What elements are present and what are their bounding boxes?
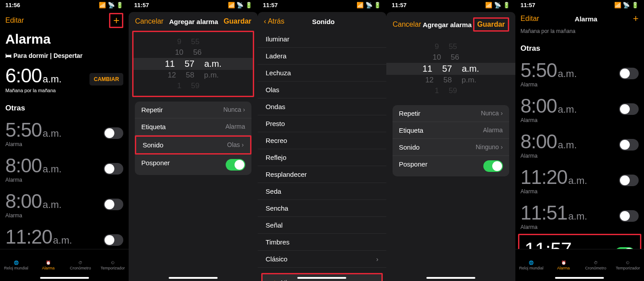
repeat-row[interactable]: RepetirNunca› (393, 105, 509, 122)
status-bar: 11:56📶 📡 🔋 (0, 0, 129, 9)
home-indicator (426, 277, 475, 279)
sound-row[interactable]: SonidoNinguno› (393, 139, 509, 156)
home-indicator (555, 277, 604, 279)
home-indicator (297, 277, 346, 279)
time-picker[interactable]: 955 1056 1157a.m. 1258p.m. 159 (134, 32, 252, 96)
alarm-row[interactable]: 11:20a.m.Alarma (515, 163, 644, 198)
snooze-toggle[interactable] (226, 159, 245, 171)
tab-alarm[interactable]: ⏰Alarma (32, 249, 64, 281)
label-row[interactable]: EtiquetaAlarma (135, 118, 251, 135)
sleep-time: 6:00 (5, 65, 42, 87)
screen-alarm-list-2: 11:57📶 📡 🔋 EditarAlarma+ Mañana por la m… (515, 0, 644, 281)
tab-alarm[interactable]: ⏰Alarma (547, 249, 579, 281)
edit-button[interactable]: Editar (5, 16, 24, 24)
add-button[interactable]: + (109, 13, 123, 28)
sound-option[interactable]: Recreo (258, 132, 386, 149)
back-button[interactable]: ‹ Atrás (264, 17, 284, 25)
tab-bar: 🌐Reloj mundial ⏰Alarma ⏱Cronómetro ⏲Temp… (0, 249, 129, 281)
time-picker[interactable]: 955 1056 1157a.m. 1258p.m. 159 (386, 37, 515, 101)
tab-world[interactable]: 🌐Reloj mundial (0, 249, 32, 281)
add-button[interactable]: + (633, 13, 639, 24)
others-header: Otras (0, 98, 129, 115)
alarm-toggle[interactable] (104, 234, 123, 246)
alarm-toggle[interactable] (104, 163, 123, 175)
tab-world[interactable]: 🌐Reloj mundial (515, 249, 547, 281)
tab-timer[interactable]: ⏲Temporizador (612, 249, 644, 281)
sound-row[interactable]: SonidoOlas› (135, 135, 251, 155)
sheet-title: Agregar alarma (163, 18, 223, 25)
alarm-row[interactable]: 8:00a.m.Alarma (0, 187, 129, 222)
sound-option[interactable]: Presto (258, 115, 386, 132)
home-indicator (169, 277, 218, 279)
screen-sound: 11:57📶 📡 🔋 ‹ AtrásSonido IluminarLaderaL… (258, 0, 386, 281)
alarm-toggle[interactable] (104, 199, 123, 210)
sound-option[interactable]: Sencha (258, 200, 386, 217)
sound-option[interactable]: Lechuza (258, 65, 386, 81)
save-button[interactable]: Guardar (224, 17, 251, 25)
alarm-toggle[interactable] (619, 210, 639, 222)
screen-add-alarm: 11:57📶 📡 🔋 CancelarAgregar alarmaGuardar… (129, 0, 257, 281)
sheet-title: Sonido (284, 18, 362, 25)
cancel-button[interactable]: Cancelar (393, 20, 421, 29)
sound-option[interactable]: Reflejo (258, 149, 386, 166)
sound-option[interactable]: Señal (258, 217, 386, 234)
alarm-row[interactable]: 5:50a.m.Alarma (515, 56, 644, 91)
save-button[interactable]: Guardar (473, 17, 509, 32)
alarm-row[interactable]: 11:51a.m.Alarma (515, 198, 644, 234)
options-list: RepetirNunca› EtiquetaAlarma SonidoOlas›… (135, 102, 251, 175)
repeat-row[interactable]: RepetirNunca› (135, 102, 251, 118)
tab-stopwatch[interactable]: ⏱Cronómetro (579, 249, 612, 281)
alarm-row[interactable]: 8:00a.m.Alarma (515, 127, 644, 163)
sound-option[interactable]: Timbres (258, 234, 386, 251)
screen-alarm-list: 11:56📶 📡 🔋 Editar+ Alarma 🛏 Para dormir … (0, 0, 129, 281)
edit-button[interactable]: Editar (521, 15, 539, 23)
alarm-toggle[interactable] (619, 175, 639, 186)
sleep-header: 🛏 Para dormir | Despertar (0, 50, 129, 61)
screen-add-alarm-2: 11:57📶 📡 🔋 CancelarAgregar alarmaGuardar… (386, 0, 515, 281)
alarm-toggle[interactable] (104, 127, 123, 139)
alarm-toggle[interactable] (619, 68, 639, 79)
tab-timer[interactable]: ⏲Temporizador (97, 249, 129, 281)
status-icons: 📶 📡 🔋 (99, 2, 123, 8)
sound-option[interactable]: Iluminar (258, 31, 386, 48)
alarm-toggle[interactable] (619, 139, 639, 151)
snooze-row[interactable]: Posponer (393, 156, 509, 176)
change-button[interactable]: CAMBIAR (89, 73, 124, 86)
home-indicator (40, 277, 89, 279)
snooze-row[interactable]: Posponer (135, 155, 251, 175)
sound-option[interactable]: Clásico› (258, 251, 386, 268)
sound-option[interactable]: Olas (258, 81, 386, 98)
sound-option[interactable]: Resplandecer (258, 166, 386, 183)
status-time: 11:56 (5, 2, 20, 8)
alarm-toggle[interactable] (619, 103, 639, 115)
alarm-row[interactable]: 8:00a.m.Alarma (515, 91, 644, 127)
sound-option[interactable]: Ladera (258, 48, 386, 65)
sound-option[interactable]: Ondas (258, 98, 386, 115)
alarm-row[interactable]: 5:50a.m.Alarma (0, 115, 129, 151)
label-row[interactable]: EtiquetaAlarma (393, 122, 509, 139)
sound-option[interactable]: Seda (258, 183, 386, 200)
alarm-row[interactable]: 8:00a.m.Alarma (0, 151, 129, 187)
cancel-button[interactable]: Cancelar (135, 17, 163, 25)
tab-stopwatch[interactable]: ⏱Cronómetro (65, 249, 97, 281)
page-title: Alarma (0, 32, 129, 50)
